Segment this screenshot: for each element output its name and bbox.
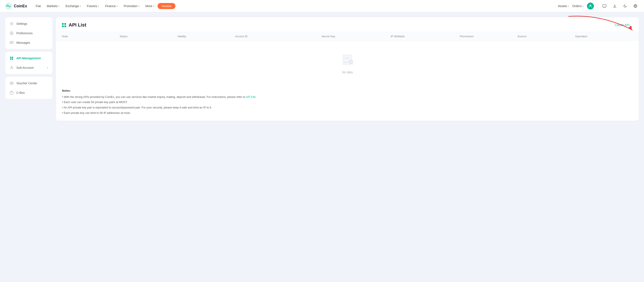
nav-exchange[interactable]: Exchange ▾ xyxy=(63,3,83,9)
nav-links: Fiat Markets ▾ Exchange ▾ Futures ▾ Fina… xyxy=(33,3,558,9)
chevron-down-icon: ▾ xyxy=(582,5,584,7)
sidebar-label-sub-account: Sub-Account xyxy=(16,66,34,69)
divider xyxy=(597,4,598,8)
th-status: Status xyxy=(120,35,177,38)
sidebar-card-3: Voucher Center C-Box xyxy=(5,77,52,99)
notes-section: Notes: • With the strong APIs provided b… xyxy=(56,84,639,121)
note-item-3: • An API private key pair is equivalent … xyxy=(62,105,633,110)
sidebar-label-api-management: API Management xyxy=(16,57,41,60)
sidebar-item-sub-account[interactable]: Sub-Account ▾ xyxy=(5,63,52,72)
sidebar-label-voucher-center: Voucher Center xyxy=(16,81,37,85)
voucher-icon xyxy=(10,81,14,85)
sidebar-label-preferences: Preferences xyxy=(16,32,32,35)
logo-text: CoinEx xyxy=(14,4,27,9)
api-header: API List Create API xyxy=(56,17,639,32)
dot-4 xyxy=(64,26,66,27)
dark-mode-icon[interactable] xyxy=(622,3,628,10)
navbar: CoinEx Fiat Markets ▾ Exchange ▾ Futures… xyxy=(0,0,644,12)
svg-point-6 xyxy=(10,32,13,35)
svg-rect-9 xyxy=(10,57,12,58)
th-note: Note xyxy=(62,35,120,38)
table-body-empty: No data xyxy=(56,41,639,84)
svg-point-22 xyxy=(344,61,346,63)
page-layout: Settings Preferences Mes xyxy=(0,12,644,282)
no-data-label: No data xyxy=(342,71,352,74)
svg-rect-8 xyxy=(10,41,13,44)
th-ip-whitelist: IP Whitelist xyxy=(391,35,460,38)
c-box-icon xyxy=(10,91,14,95)
nav-futures[interactable]: Futures ▾ xyxy=(84,3,102,9)
sidebar-item-c-box[interactable]: C-Box xyxy=(5,88,52,97)
sidebar-item-settings[interactable]: Settings xyxy=(5,19,52,29)
svg-rect-10 xyxy=(12,57,13,58)
sidebar-card-1: Settings Preferences Mes xyxy=(5,17,52,49)
preferences-icon xyxy=(10,31,14,35)
chevron-down-icon: ▾ xyxy=(117,5,118,7)
svg-point-1 xyxy=(6,6,8,7)
logo[interactable]: CoinEx xyxy=(5,3,27,10)
chevron-down-icon: ▾ xyxy=(58,5,60,7)
sidebar-item-api-management[interactable]: API Management xyxy=(5,53,52,63)
nav-more[interactable]: More ▾ xyxy=(143,3,157,9)
sidebar-item-voucher-center[interactable]: Voucher Center xyxy=(5,78,52,88)
nav-fiat[interactable]: Fiat xyxy=(33,3,43,9)
sidebar-label-c-box: C-Box xyxy=(16,91,25,94)
chat-icon[interactable] xyxy=(601,3,608,10)
dot-1 xyxy=(62,23,64,25)
chevron-down-icon: ▾ xyxy=(153,5,154,7)
create-api-button[interactable]: Create API xyxy=(611,22,633,29)
language-icon[interactable] xyxy=(632,3,639,10)
chevron-down-icon: ▾ xyxy=(138,5,140,7)
messages-icon xyxy=(10,41,14,45)
chevron-down-icon: ▾ xyxy=(568,5,569,7)
th-access-id: Access ID xyxy=(235,35,322,38)
sidebar: Settings Preferences Mes xyxy=(5,17,52,277)
note-item-4: • Each private key can bind to 50 IP add… xyxy=(62,110,633,116)
settings-icon xyxy=(10,22,14,26)
svg-point-5 xyxy=(11,23,12,24)
nav-right: Assets ▾ Orders ▾ xyxy=(558,3,639,10)
sidebar-card-2: API Management Sub-Account ▾ xyxy=(5,52,52,74)
th-secret-key: Secret Key xyxy=(321,35,390,38)
dot-3 xyxy=(62,26,64,27)
dot-grid-icon xyxy=(62,23,66,27)
sidebar-item-preferences[interactable]: Preferences xyxy=(5,29,52,38)
sidebar-label-messages: Messages xyxy=(16,41,30,44)
chevron-down-icon: ▾ xyxy=(80,5,81,7)
api-list-title: API List xyxy=(69,22,86,28)
svg-point-15 xyxy=(10,83,11,84)
newbie-button[interactable]: Newbie xyxy=(158,3,176,9)
chevron-down-icon: ▾ xyxy=(47,66,48,69)
notes-title: Notes: xyxy=(62,88,633,94)
dot-2 xyxy=(64,23,66,25)
th-operation: Operation xyxy=(575,35,633,38)
nav-promotion[interactable]: Promotion ▾ xyxy=(121,3,142,9)
note-item-2: • Each user can create 50 private key pa… xyxy=(62,100,633,105)
svg-rect-12 xyxy=(12,58,13,60)
chevron-down-icon: ▾ xyxy=(98,5,99,7)
avatar[interactable] xyxy=(587,3,594,10)
api-management-icon xyxy=(10,56,14,60)
download-icon[interactable] xyxy=(611,3,618,10)
api-title-icon xyxy=(62,23,66,27)
note-item-1: • With the strong APIs provided by CoinE… xyxy=(62,94,633,100)
nav-finance[interactable]: Finance ▾ xyxy=(102,3,120,9)
nav-orders[interactable]: Orders ▾ xyxy=(572,4,584,8)
main-content: API List Create API Note Status Validity… xyxy=(56,17,639,277)
svg-rect-16 xyxy=(10,92,13,94)
sidebar-item-messages[interactable]: Messages xyxy=(5,38,52,47)
nav-markets[interactable]: Markets ▾ xyxy=(44,3,62,9)
svg-rect-11 xyxy=(10,58,12,60)
api-title: API List xyxy=(62,22,86,28)
th-validity: Validity xyxy=(177,35,235,38)
sidebar-label-settings: Settings xyxy=(16,22,27,26)
th-permission: Permission xyxy=(460,35,518,38)
nav-assets[interactable]: Assets ▾ xyxy=(558,4,569,8)
no-data-illustration xyxy=(339,51,356,68)
svg-point-7 xyxy=(11,33,12,34)
table-header: Note Status Validity Access ID Secret Ke… xyxy=(56,32,639,41)
th-source: Source xyxy=(518,35,575,38)
api-file-link[interactable]: API File xyxy=(246,95,256,98)
sub-account-icon xyxy=(10,66,14,70)
api-list-card: API List Create API Note Status Validity… xyxy=(56,17,639,121)
